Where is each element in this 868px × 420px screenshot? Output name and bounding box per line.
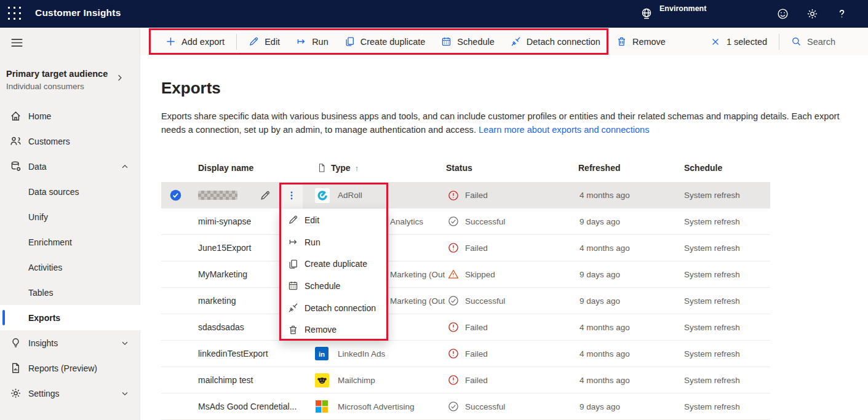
table-row-mymarketing[interactable]: MyMarketingMarketing (OutSkipped9 days a…	[161, 261, 770, 288]
sidebar-item-label: Insights	[28, 338, 58, 348]
divider	[779, 34, 779, 50]
table-row-mailchimp-test[interactable]: mailchimp testMailchimpFailed4 months ag…	[161, 367, 770, 394]
table-row-msads-good-crendetial[interactable]: MsAds Good Crendetial...Microsoft Advert…	[161, 394, 770, 420]
column-header-status[interactable]: Status	[446, 154, 472, 182]
toolbar-button-label: Run	[312, 37, 328, 47]
sidebar-item-exports[interactable]: Exports	[0, 305, 140, 330]
toolbar-button-add-export[interactable]: Add export	[157, 28, 233, 55]
sidebar-item-label: Tables	[28, 288, 53, 298]
toolbar-button-label: Add export	[181, 37, 225, 47]
schedule-cell: System refresh	[684, 182, 740, 208]
selection-count-label: 1 selected	[727, 37, 767, 47]
toolbar-button-remove[interactable]: Remove	[608, 28, 674, 55]
column-header-type[interactable]: Type ↑	[317, 154, 359, 182]
table-row-june15export[interactable]: June15ExportFailed4 months agoSystem ref…	[161, 235, 770, 261]
app-launcher-icon[interactable]	[8, 7, 22, 21]
schedule-cell: System refresh	[684, 314, 740, 340]
top-bar: Customer Insights Environment	[0, 0, 868, 28]
sidebar-item-enrichment[interactable]: Enrichment	[0, 229, 140, 255]
help-question-icon[interactable]	[835, 7, 848, 20]
context-menu-item-label: Schedule	[305, 281, 340, 291]
toolbar-button-detach-connection[interactable]: Detach connection	[503, 28, 608, 55]
schedule-cell: System refresh	[684, 235, 740, 261]
display-name-cell: mailchimp test	[198, 367, 253, 393]
context-menu-item-detach-connection[interactable]: Detach connection	[280, 297, 388, 319]
toolbar-button-edit[interactable]: Edit	[241, 28, 288, 55]
learn-more-link[interactable]: Learn more about exports and connections	[479, 125, 649, 135]
toolbar-button-label: Edit	[265, 37, 280, 47]
command-bar-right-group: 1 selected Search	[703, 28, 843, 55]
lightbulb-icon	[10, 337, 22, 349]
context-menu-item-schedule[interactable]: Schedule	[280, 275, 388, 297]
table-row-linkedintestexport[interactable]: linkedinTestExportinLinkedIn AdsFailed4 …	[161, 341, 770, 367]
sidebar-nav: HomeCustomersDataData sourcesUnifyEnrich…	[0, 103, 140, 406]
context-menu-item-label: Remove	[305, 325, 336, 335]
feedback-smiley-icon[interactable]	[776, 7, 789, 20]
sidebar-item-reports-preview[interactable]: Reports (Preview)	[0, 355, 140, 381]
sidebar-item-tables[interactable]: Tables	[0, 280, 140, 305]
table-row-sdasdsadas[interactable]: sdasdsadasFailed4 months agoSystem refre…	[161, 314, 770, 341]
display-name-cell: MyMarketing	[198, 261, 247, 287]
context-menu-item-remove[interactable]: Remove	[280, 319, 388, 341]
toolbar-button-label: Remove	[632, 37, 666, 47]
sidebar-item-label: Home	[28, 111, 51, 121]
display-name-cell: marketing	[198, 288, 236, 314]
column-header-display-name[interactable]: Display name	[198, 154, 253, 182]
audience-switcher[interactable]: Primary target audience Individual consu…	[0, 66, 140, 98]
sidebar-item-insights[interactable]: Insights	[0, 330, 140, 355]
type-cell: Microsoft Advertising	[338, 394, 415, 419]
toolbar-button-schedule[interactable]: Schedule	[433, 28, 502, 55]
sidebar-item-customers[interactable]: Customers	[0, 129, 140, 154]
column-header-schedule[interactable]: Schedule	[684, 154, 722, 182]
database-icon	[10, 160, 22, 172]
status-failed-icon	[448, 235, 459, 261]
hamburger-menu-icon[interactable]	[9, 36, 24, 49]
sidebar-item-unify[interactable]: Unify	[0, 204, 140, 229]
calendar-icon	[441, 36, 452, 47]
toolbar-button-create-duplicate[interactable]: Create duplicate	[336, 28, 434, 55]
row-checkbox-checked-icon[interactable]	[170, 182, 181, 208]
search-button[interactable]: Search	[783, 28, 843, 55]
sidebar-item-settings[interactable]: Settings	[0, 381, 140, 406]
status-failed-icon	[448, 182, 459, 208]
sidebar-item-label: Enrichment	[28, 237, 72, 247]
clear-selection-button[interactable]: 1 selected	[703, 28, 775, 55]
app-title: Customer Insights	[35, 7, 121, 18]
microsoft-logo-icon	[315, 394, 328, 419]
refreshed-cell: 9 days ago	[579, 288, 620, 314]
redacted-display-name	[198, 182, 237, 208]
table-row-selected[interactable]: AdRollFailed4 months agoSystem refresh	[161, 182, 770, 208]
context-menu-item-create-duplicate[interactable]: Create duplicate	[280, 253, 388, 275]
context-menu-item-edit[interactable]: Edit	[280, 209, 388, 231]
type-cell-partial: Marketing (Out	[390, 288, 445, 314]
status-cell: Failed	[465, 235, 488, 261]
refreshed-cell: 4 months ago	[579, 367, 630, 393]
context-menu-item-label: Create duplicate	[305, 259, 367, 269]
table-row-mimi-synapse[interactable]: mimi-synapseAnalyticsSuccessful9 days ag…	[161, 208, 770, 235]
refreshed-cell: 4 months ago	[579, 235, 630, 261]
status-failed-icon	[448, 367, 459, 393]
toolbar-button-run[interactable]: Run	[288, 28, 336, 55]
status-cell: Successful	[465, 394, 505, 419]
column-header-refreshed[interactable]: Refreshed	[578, 154, 620, 182]
status-cell: Failed	[465, 314, 488, 340]
sidebar-item-label: Customers	[28, 137, 70, 146]
environment-globe-icon[interactable]	[640, 7, 653, 20]
chevron-up-icon	[121, 162, 129, 171]
schedule-cell: System refresh	[684, 341, 740, 367]
rename-pencil-icon[interactable]	[260, 182, 271, 208]
sidebar-item-data[interactable]: Data	[0, 154, 140, 179]
status-cell: Failed	[465, 341, 488, 367]
detach-icon	[511, 36, 521, 47]
sidebar-item-data-sources[interactable]: Data sources	[0, 179, 140, 204]
report-icon	[10, 362, 22, 374]
row-more-actions-button[interactable]	[280, 182, 303, 208]
sidebar-item-home[interactable]: Home	[0, 103, 140, 129]
environment-label[interactable]: Environment	[659, 4, 706, 13]
gear-icon	[10, 387, 22, 399]
context-menu-item-run[interactable]: Run	[280, 231, 388, 253]
table-row-marketing[interactable]: marketingMarketing (OutSuccessful9 days …	[161, 288, 770, 314]
settings-gear-icon[interactable]	[806, 7, 818, 20]
sidebar-item-activities[interactable]: Activities	[0, 255, 140, 280]
chevron-down-icon	[121, 339, 129, 347]
